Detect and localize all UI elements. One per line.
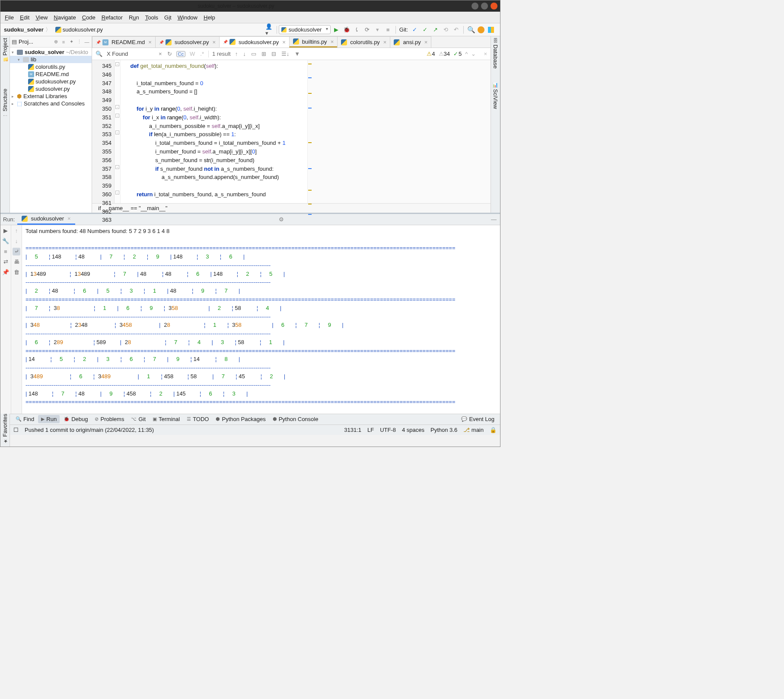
menu-file[interactable]: File [2, 13, 16, 22]
prev-match-icon[interactable]: ↑ [234, 51, 239, 57]
git-rollback-icon[interactable]: ↶ [452, 26, 460, 34]
run-config-combo[interactable]: sudokusolver [279, 25, 331, 34]
rail-database[interactable]: 🗄 Database [492, 38, 499, 69]
status-interpreter[interactable]: Python 3.6 [430, 427, 457, 433]
run-settings-icon[interactable]: ⚙ [275, 216, 287, 223]
bt-console[interactable]: ⬢Python Console [270, 415, 322, 423]
tab-readme[interactable]: MREADME.md× [92, 36, 156, 48]
git-update-icon[interactable]: ✓ [411, 26, 418, 34]
bt-problems[interactable]: ⊘Problems [92, 415, 127, 423]
error-stripe[interactable] [307, 60, 491, 203]
minimize-button[interactable] [472, 3, 478, 10]
fold-icon[interactable]: - [115, 131, 119, 134]
tab-ansi[interactable]: ansi.py× [390, 36, 431, 48]
tree-scratches[interactable]: ▸⬚Scratches and Consoles [10, 100, 92, 107]
menu-run[interactable]: Run [126, 13, 142, 22]
run-stop-icon[interactable]: ■ [2, 248, 10, 255]
filter-icon[interactable]: ☰↓ [280, 51, 290, 57]
ide-tools-icon[interactable] [487, 26, 495, 34]
tab-sudokusolver[interactable]: sudokusolver.py× [219, 36, 290, 48]
status-icon[interactable]: ☐ [13, 427, 19, 433]
rail-project[interactable]: 📁 Project [2, 38, 8, 63]
bt-terminal[interactable]: ▣Terminal [150, 415, 183, 423]
menu-edit[interactable]: Edit [17, 13, 32, 22]
status-line-sep[interactable]: LF [367, 427, 374, 433]
settings-icon[interactable]: ⋮ [76, 39, 82, 45]
git-push-icon[interactable]: ↗ [431, 26, 439, 34]
menu-refactor[interactable]: Refactor [99, 13, 125, 22]
coverage-icon[interactable]: ⤹ [353, 26, 361, 34]
tree-external-libs[interactable]: ▸⬢External Libraries [10, 93, 92, 100]
breadcrumb-project[interactable]: sudoku_solver [4, 26, 44, 33]
bt-todo[interactable]: ☰TODO [184, 415, 212, 423]
expand-icon[interactable]: ≡ [61, 39, 67, 45]
tab-colorutils[interactable]: colorutils.py× [337, 36, 390, 48]
softwrap-icon[interactable]: ⤶ [13, 248, 20, 255]
fold-icon[interactable]: - [115, 114, 119, 118]
status-caret-pos[interactable]: 3131:1 [344, 427, 361, 433]
down-arrow-icon[interactable]: ↓ [13, 237, 20, 245]
bt-find[interactable]: 🔍Find [13, 415, 37, 423]
tab-sudosolver[interactable]: sudosolver.py× [155, 36, 220, 48]
tree-root[interactable]: ▾sudoku_solver ~/Deskto [10, 48, 92, 56]
search-icon[interactable]: 🔍 [467, 26, 475, 34]
find-input[interactable]: X Found [107, 51, 154, 57]
code-editor[interactable]: def get_total_numbers_found(self): i_tot… [121, 60, 307, 203]
rail-structure[interactable]: ⋮ Structure [2, 89, 8, 118]
git-commit-icon[interactable]: ✓ [421, 26, 429, 34]
tab-builtins[interactable]: builtins.py× [289, 36, 338, 48]
status-lock-icon[interactable]: 🔒 [490, 427, 497, 433]
debug-icon[interactable]: 🐞 [343, 26, 351, 34]
profile-icon[interactable]: ⟳ [363, 26, 371, 34]
menu-code[interactable]: Code [80, 13, 98, 22]
remove-selection-icon[interactable]: ⊟ [271, 51, 277, 57]
pin-icon[interactable]: 📌 [2, 268, 10, 276]
bt-packages[interactable]: ⬢Python Packages [213, 415, 268, 423]
status-indent[interactable]: 4 spaces [402, 427, 424, 433]
words-icon[interactable]: W [189, 51, 196, 57]
menu-git[interactable]: Git [162, 13, 174, 22]
rail-sciview[interactable]: 📊 SciView [492, 82, 499, 109]
tree-file[interactable]: MREADME.md [10, 70, 92, 78]
match-case-icon[interactable]: Cc [176, 51, 185, 57]
menu-help[interactable]: Help [201, 13, 218, 22]
run-hide-icon[interactable]: — [488, 216, 500, 223]
select-target-icon[interactable]: ⊕ [53, 39, 59, 45]
clear-icon[interactable]: 🗑 [13, 268, 20, 276]
find-close-icon[interactable]: × [483, 51, 488, 57]
run-tab[interactable]: sudokusolver× [17, 214, 75, 225]
run-icon[interactable]: ▶ [332, 26, 340, 34]
maximize-button[interactable] [481, 3, 488, 10]
git-history-icon[interactable]: ⟲ [442, 26, 449, 34]
layout-icon[interactable]: ⇄ [2, 258, 10, 266]
menu-tools[interactable]: Tools [143, 13, 161, 22]
status-encoding[interactable]: UTF-8 [380, 427, 396, 433]
breadcrumb-bar[interactable]: if __name__ == "__main__" [92, 203, 491, 213]
add-selection-icon[interactable]: ⊞ [261, 51, 267, 57]
fold-icon[interactable]: - [115, 165, 119, 169]
bt-eventlog[interactable]: 💬Event Log [458, 415, 497, 423]
menu-view[interactable]: View [33, 13, 50, 22]
menu-window[interactable]: Window [175, 13, 200, 22]
rail-favorites[interactable]: ★ Favorites [2, 414, 8, 444]
menu-navigate[interactable]: Navigate [51, 13, 78, 22]
run-tools-icon[interactable]: 🔧 [2, 237, 10, 245]
find-history-icon[interactable]: ↻ [166, 51, 173, 57]
rerun-icon[interactable]: ▶ [2, 227, 10, 235]
funnel-icon[interactable]: ▼ [293, 51, 301, 57]
fold-icon[interactable]: - [115, 105, 119, 109]
up-arrow-icon[interactable]: ↑ [13, 227, 20, 235]
attach-icon[interactable]: ▾ [374, 26, 382, 34]
ide-updates-icon[interactable] [478, 26, 484, 33]
tree-file[interactable]: colorutils.py [10, 63, 92, 70]
bt-run[interactable]: ▶Run [38, 415, 60, 423]
close-button[interactable] [491, 3, 497, 10]
tree-file[interactable]: sudosolver.py [10, 85, 92, 93]
fold-icon[interactable]: - [115, 62, 119, 66]
tree-folder-lib[interactable]: ▾lib [10, 56, 92, 63]
find-mag-icon[interactable]: 🔍 [95, 51, 103, 57]
tree-file[interactable]: sudokusolver.py [10, 78, 92, 85]
fold-icon[interactable]: - [115, 191, 119, 195]
stop-icon[interactable]: ■ [384, 26, 392, 34]
next-match-icon[interactable]: ↓ [242, 51, 247, 57]
